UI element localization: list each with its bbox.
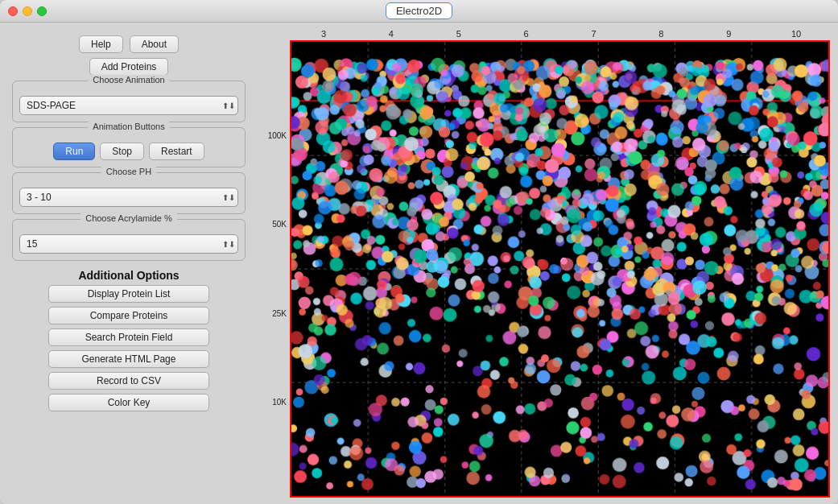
x-axis: 3 4 5 6 7 8 9 10: [290, 29, 830, 39]
x-label-9: 9: [695, 29, 762, 39]
x-label-10: 10: [762, 29, 830, 39]
gel-canvas: [291, 42, 828, 496]
animation-buttons-group: Animation Buttons Run Stop Restart: [12, 127, 246, 167]
add-proteins-button[interactable]: Add Proteins: [89, 58, 169, 76]
y-label-25k: 25K: [272, 309, 287, 318]
choose-acrylamide-group: Choose Acrylamide % 15 10 8 ⬆⬇: [12, 219, 246, 261]
y-axis: 100K 50K 25K 10K: [258, 40, 290, 498]
color-key-button[interactable]: Color Key: [48, 394, 209, 411]
animation-buttons-label: Animation Buttons: [88, 122, 169, 131]
x-label-3: 3: [290, 29, 357, 39]
compare-proteins-button[interactable]: Compare Proteins: [48, 307, 209, 324]
ph-select[interactable]: 3 - 10 4 - 7 6 - 11: [19, 188, 238, 207]
animation-select-wrapper[interactable]: SDS-PAGE IEF Both ⬆⬇: [19, 96, 238, 115]
minimize-button[interactable]: [23, 6, 32, 16]
display-protein-list-button[interactable]: Display Protein List: [48, 285, 209, 303]
x-label-8: 8: [627, 29, 695, 39]
generate-html-button[interactable]: Generate HTML Page: [48, 350, 209, 368]
help-button[interactable]: Help: [79, 35, 123, 53]
chart-area: 100K 50K 25K 10K: [258, 40, 830, 498]
right-panel: 3 4 5 6 7 8 9 10 100K 50K 25K 10K: [258, 23, 838, 504]
acrylamide-select[interactable]: 15 10 8: [19, 234, 238, 254]
x-label-4: 4: [357, 29, 425, 39]
stop-button[interactable]: Stop: [100, 143, 144, 160]
y-label-50k: 50K: [272, 220, 287, 229]
choose-ph-label: Choose PH: [101, 167, 156, 176]
ph-select-wrapper[interactable]: 3 - 10 4 - 7 6 - 11 ⬆⬇: [19, 188, 238, 207]
search-protein-field-button[interactable]: Search Protein Field: [48, 328, 209, 346]
animation-select[interactable]: SDS-PAGE IEF Both: [19, 96, 238, 115]
record-csv-button[interactable]: Record to CSV: [48, 372, 209, 390]
left-panel: Help About Add Proteins Choose Animation…: [0, 23, 258, 504]
choose-ph-group: Choose PH 3 - 10 4 - 7 6 - 11 ⬆⬇: [12, 172, 246, 214]
choose-acrylamide-label: Choose Acrylamide %: [80, 213, 177, 223]
y-label-100k: 100K: [268, 131, 287, 140]
additional-options-section: Additional Options Display Protein List …: [12, 266, 246, 411]
x-label-6: 6: [493, 29, 560, 39]
x-label-7: 7: [560, 29, 628, 39]
choose-animation-group: Choose Animation SDS-PAGE IEF Both ⬆⬇: [12, 81, 246, 122]
additional-options-title: Additional Options: [12, 269, 246, 282]
choose-animation-label: Choose Animation: [88, 75, 169, 85]
maximize-button[interactable]: [37, 6, 47, 16]
close-button[interactable]: [8, 6, 18, 16]
restart-button[interactable]: Restart: [149, 143, 204, 160]
x-label-5: 5: [425, 29, 493, 39]
acrylamide-select-wrapper[interactable]: 15 10 8 ⬆⬇: [19, 234, 238, 254]
about-button[interactable]: About: [130, 35, 179, 53]
app-title: Electro2D: [386, 2, 452, 19]
gel-visualization[interactable]: [290, 40, 830, 498]
run-button[interactable]: Run: [53, 143, 95, 160]
y-label-10k: 10K: [272, 398, 287, 407]
